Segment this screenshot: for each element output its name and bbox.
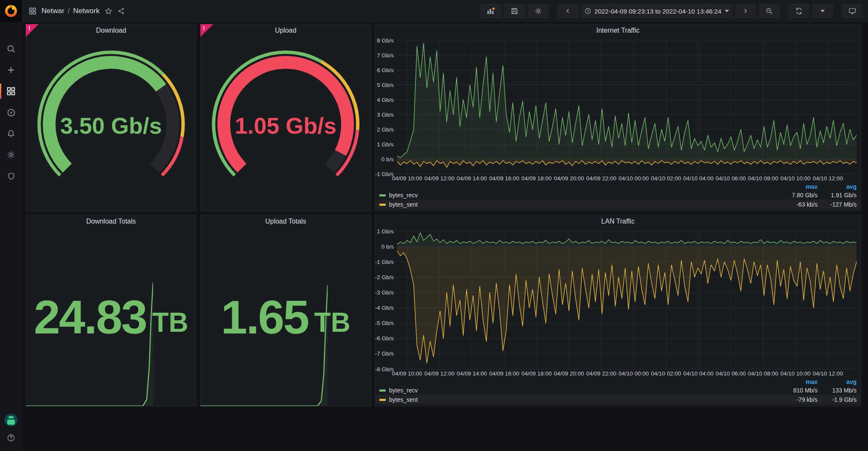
sidebar-item-configuration[interactable] — [0, 144, 22, 165]
sidebar-item-create[interactable] — [0, 59, 22, 81]
chevron-down-icon — [821, 10, 825, 12]
svg-text:04/09 14:00: 04/09 14:00 — [456, 370, 487, 377]
chevron-down-icon — [725, 10, 729, 12]
upload-gauge: 1.05 Gb/s — [200, 37, 371, 205]
svg-text:04/10 00:00: 04/10 00:00 — [618, 370, 648, 377]
svg-text:7 Gb/s: 7 Gb/s — [377, 52, 394, 59]
svg-text:-1 Gb/s: -1 Gb/s — [375, 171, 394, 177]
breadcrumb-page[interactable]: Network — [73, 7, 100, 15]
time-range-picker[interactable]: 2022-04-09 09:23:13 to 2022-04-10 13:46:… — [581, 4, 732, 18]
panel-error-corner[interactable] — [26, 24, 39, 37]
breadcrumb: Netwar / Network — [42, 7, 100, 15]
panel-title-internet-traffic[interactable]: Internet Traffic — [375, 24, 861, 37]
panel-upload-totals: Upload Totals 1.65 TB — [200, 215, 371, 406]
svg-text:8 Gb/s: 8 Gb/s — [377, 37, 394, 44]
grafana-logo[interactable] — [0, 0, 22, 22]
legend-col-avg[interactable]: avg — [818, 183, 857, 190]
svg-text:04/10 08:00: 04/10 08:00 — [748, 175, 778, 182]
time-shift-back-button[interactable]: ‹ — [557, 4, 579, 18]
download-gauge: 3.50 Gb/s — [26, 37, 196, 205]
legend-row: bytes_sent -79 kb/s -1.9 Gb/s — [375, 395, 861, 404]
sidebar-item-dashboards[interactable] — [0, 81, 22, 102]
series-name[interactable]: bytes_recv — [389, 192, 418, 199]
top-navbar: Netwar / Network — [0, 0, 868, 22]
svg-text:04/09 16:00: 04/09 16:00 — [489, 370, 519, 377]
internet-traffic-legend: max avg bytes_recv 7.80 Gb/s 1.91 Gb/s b… — [375, 182, 861, 211]
svg-text:1.05 Gb/s: 1.05 Gb/s — [235, 113, 337, 138]
lan-traffic-chart[interactable]: 04/09 10:0004/09 12:0004/09 14:0004/09 1… — [375, 228, 861, 378]
zoom-out-time-button[interactable] — [759, 4, 780, 18]
refresh-interval-dropdown[interactable] — [812, 4, 833, 18]
series-name[interactable]: bytes_recv — [389, 387, 418, 394]
series-swatch[interactable] — [379, 194, 386, 196]
legend-col-avg[interactable]: avg — [818, 378, 857, 385]
star-icon[interactable] — [105, 7, 112, 15]
series-avg: 133 Mb/s — [818, 387, 857, 394]
panel-title-lan-traffic[interactable]: LAN Traffic — [375, 215, 861, 228]
panel-title-download[interactable]: Download — [26, 24, 196, 37]
series-max: 810 Mb/s — [779, 387, 818, 394]
panel-download: ! Download 3.50 Gb/s — [25, 24, 197, 211]
save-dashboard-button[interactable] — [504, 4, 525, 18]
svg-text:04/09 22:00: 04/09 22:00 — [586, 175, 616, 182]
clock-icon — [584, 8, 591, 14]
bell-icon — [7, 129, 15, 138]
add-panel-button[interactable] — [480, 4, 501, 18]
upload-totals-value: 1.65 — [221, 290, 308, 345]
internet-traffic-chart[interactable]: 04/09 10:0004/09 12:0004/09 14:0004/09 1… — [375, 37, 861, 182]
svg-text:6 Gb/s: 6 Gb/s — [377, 67, 394, 73]
svg-text:5 Gb/s: 5 Gb/s — [377, 82, 394, 88]
dashboards-grid-icon — [7, 87, 15, 95]
svg-text:04/10 02:00: 04/10 02:00 — [651, 175, 681, 182]
svg-text:04/09 12:00: 04/09 12:00 — [424, 370, 454, 377]
svg-text:-7 Gb/s: -7 Gb/s — [375, 350, 394, 357]
panel-title-download-totals[interactable]: Download Totals — [26, 215, 196, 228]
svg-text:04/10 06:00: 04/10 06:00 — [716, 175, 746, 182]
sidebar-item-explore[interactable] — [0, 102, 22, 123]
user-avatar[interactable] — [5, 414, 17, 426]
panel-upload: ! Upload 1.05 Gb/s — [200, 24, 371, 211]
plus-icon — [7, 66, 15, 74]
panel-error-mark: ! — [203, 25, 205, 31]
sidebar-item-server-admin[interactable] — [0, 165, 22, 187]
dashboard-settings-button[interactable] — [528, 4, 549, 18]
series-avg: -1.9 Gb/s — [818, 396, 857, 403]
series-max: -79 kb/s — [779, 396, 818, 403]
svg-text:04/10 12:00: 04/10 12:00 — [813, 175, 843, 182]
svg-text:04/09 18:00: 04/09 18:00 — [521, 370, 551, 377]
time-shift-forward-button[interactable]: › — [735, 4, 756, 18]
series-swatch[interactable] — [379, 389, 386, 392]
breadcrumb-dashboard[interactable]: Netwar — [42, 7, 64, 15]
svg-text:1 Gb/s: 1 Gb/s — [377, 228, 394, 235]
series-name[interactable]: bytes_sent — [389, 201, 418, 208]
svg-text:04/09 16:00: 04/09 16:00 — [489, 175, 519, 182]
sidebar-item-alerting[interactable] — [0, 123, 22, 144]
sidebar-item-help[interactable] — [0, 431, 22, 444]
svg-text:04/09 20:00: 04/09 20:00 — [554, 370, 584, 377]
svg-text:3.50 Gb/s: 3.50 Gb/s — [60, 113, 162, 138]
series-swatch[interactable] — [379, 204, 386, 206]
kiosk-mode-button[interactable] — [842, 4, 863, 18]
series-name[interactable]: bytes_sent — [389, 396, 418, 403]
compass-icon — [7, 108, 16, 117]
search-icon — [7, 45, 16, 53]
legend-col-max[interactable]: max — [779, 183, 818, 190]
svg-text:04/10 10:00: 04/10 10:00 — [780, 370, 810, 377]
svg-text:04/10 02:00: 04/10 02:00 — [651, 370, 681, 377]
svg-text:1 Gb/s: 1 Gb/s — [377, 141, 394, 148]
refresh-button[interactable] — [788, 4, 810, 18]
panel-title-upload[interactable]: Upload — [200, 24, 371, 37]
svg-text:3 Gb/s: 3 Gb/s — [377, 112, 394, 118]
share-icon[interactable] — [117, 7, 125, 15]
sidebar-item-search[interactable] — [0, 38, 22, 59]
panel-error-corner[interactable] — [200, 24, 213, 37]
legend-row: bytes_recv 810 Mb/s 133 Mb/s — [375, 386, 861, 395]
legend-row: bytes_sent -63 kb/s -127 Mb/s — [375, 200, 861, 209]
panel-title-upload-totals[interactable]: Upload Totals — [200, 215, 371, 228]
legend-col-max[interactable]: max — [779, 378, 818, 385]
svg-text:2 Gb/s: 2 Gb/s — [377, 126, 394, 133]
svg-text:-6 Gb/s: -6 Gb/s — [375, 335, 394, 342]
svg-text:04/09 12:00: 04/09 12:00 — [424, 175, 454, 182]
series-swatch[interactable] — [379, 399, 386, 401]
svg-text:0 b/s: 0 b/s — [381, 244, 394, 250]
